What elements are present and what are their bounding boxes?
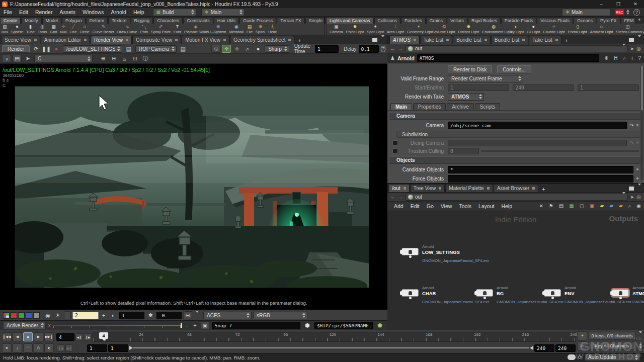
render-mode-combo[interactable]: Active Render xyxy=(3,322,46,329)
pane-tab-render-view[interactable]: Render View xyxy=(91,36,132,44)
tool-line[interactable]: ╱ Line xyxy=(68,24,78,35)
shelf-tab-model[interactable]: Model xyxy=(42,17,62,24)
net-tab-asset-browser[interactable]: Asset Browser xyxy=(494,184,538,192)
net-menu-go[interactable]: Go xyxy=(423,203,437,209)
keys-status-button[interactable]: 0 keys, 0/0 channels xyxy=(589,332,635,340)
candidate-pick-icon[interactable]: ⌖ xyxy=(636,166,639,172)
net-list-icon[interactable]: ▤ xyxy=(559,203,564,209)
net-netbox-icon[interactable]: ▰ xyxy=(619,203,623,209)
goto-start-button[interactable]: ❙◀◀ xyxy=(2,332,12,341)
shelf-tab-particles[interactable]: Particles xyxy=(401,17,426,24)
net-background-image-icon[interactable]: ▰ xyxy=(609,203,613,209)
net-thumbnail-icon[interactable]: ▣ xyxy=(590,203,594,209)
tool-environment-light[interactable]: ◍ Environment Light xyxy=(480,24,507,35)
tool-sphere[interactable]: ● Sphere xyxy=(10,24,25,35)
delay-field[interactable]: 0.1 xyxy=(359,45,379,53)
objects-section-header[interactable]: Objects xyxy=(389,156,642,164)
tool-spray-paint[interactable]: ✐ Spray Paint xyxy=(149,24,172,35)
maximize-button[interactable]: ❐ xyxy=(610,0,627,8)
pane-tab-geometry-spreadsheet[interactable]: Geometry Spreadsheet xyxy=(230,36,294,44)
candidate-objects-field[interactable]: * xyxy=(448,166,633,173)
prev-frame-button[interactable]: ◀❙ xyxy=(75,333,83,340)
minimize-button[interactable]: – xyxy=(593,0,610,8)
pane-tab-bundle-list[interactable]: Bundle List xyxy=(453,36,490,44)
network-pane-dropdown-icon[interactable] xyxy=(636,186,641,191)
current-frame-field[interactable]: 4 xyxy=(56,333,74,341)
arnold-rop-node-icon[interactable] xyxy=(544,289,561,297)
rop-jump-icon[interactable]: ▤ xyxy=(124,45,133,53)
tool-sky-light[interactable]: ◐ Sky Light xyxy=(507,24,525,35)
exposure-plus-button[interactable]: + xyxy=(100,311,107,319)
net-tab-tree-view[interactable]: Tree View xyxy=(410,184,445,192)
prev-key-button[interactable]: ❙◀ xyxy=(57,344,64,351)
exposure-field[interactable]: 2 xyxy=(72,312,99,319)
net-sticky-note-icon[interactable]: ▰ xyxy=(600,203,604,209)
snapshot-slider[interactable] xyxy=(53,323,181,328)
node-low-settings[interactable]: Arnold LOW_SETTINGS GNOMON_JapaneseFeuda… xyxy=(401,243,487,265)
dicing-camera-checkbox[interactable] xyxy=(392,140,398,146)
shelf-tab-pyro-fx[interactable]: Pyro FX xyxy=(597,17,620,24)
tool-spot-light[interactable]: ✦ Spot Light xyxy=(365,24,385,35)
net-tools-icon[interactable]: ✕ xyxy=(539,203,543,209)
tool-caustic-light[interactable]: ✧ Caustic Light xyxy=(541,24,566,35)
render-image[interactable] xyxy=(15,86,369,288)
channel-rgb-button[interactable] xyxy=(3,312,10,319)
camera-field[interactable]: /obj/scene_cam xyxy=(448,122,627,129)
snapshot-path-field[interactable]: $HIP/ipr/$SNAPNAME.$F4.$ xyxy=(314,322,373,329)
tool-geometry-light[interactable]: ✶ Geometry Light xyxy=(406,24,432,35)
tool-file[interactable]: ▤ File xyxy=(245,24,254,35)
close-button[interactable]: ✕ xyxy=(627,0,644,8)
range-end-subfield[interactable]: 240 xyxy=(555,344,576,352)
tool-vr-camera[interactable]: ◨ VR Camera xyxy=(641,24,644,35)
shelf-tab-polygon[interactable]: Polygon xyxy=(62,17,86,24)
desktop-combo[interactable]: ▦ Build xyxy=(153,9,196,16)
dicing-camera-field[interactable] xyxy=(448,140,627,146)
menu-render[interactable]: Render xyxy=(32,9,56,15)
pane-tab-bundle-list-2[interactable]: Bundle List xyxy=(491,36,528,44)
param-forward-icon[interactable]: → xyxy=(398,46,403,51)
node-atmos[interactable]: Arnold ATMOS GNOMON_ xyxy=(612,285,644,307)
render-button[interactable]: Render xyxy=(2,45,30,53)
auto-update-combo[interactable]: Auto Update xyxy=(585,353,640,361)
shelf-tab-guide-process[interactable]: Guide Process xyxy=(239,17,276,24)
image-planes-icon[interactable]: ▤ xyxy=(13,55,22,63)
start-field[interactable]: 1 xyxy=(448,84,509,91)
right-pane-add-tab-button[interactable]: + xyxy=(562,38,571,44)
money-bag-icon[interactable]: ⬟ xyxy=(375,321,384,329)
playbar-options-icon[interactable]: ▼ xyxy=(2,343,12,352)
range-end-field[interactable]: 240 xyxy=(534,344,554,352)
node-name-field[interactable]: ATMOS xyxy=(417,54,599,62)
right-pane-dropdown-icon[interactable] xyxy=(636,37,641,43)
refresh-icon[interactable]: ⟳ xyxy=(578,354,582,360)
goto-end-button[interactable]: ▶▶❙ xyxy=(44,332,54,341)
headlight-icon[interactable]: ⌾ xyxy=(232,45,242,53)
tool-spiral[interactable]: ✺ Spiral xyxy=(254,24,267,35)
shelf-tab-particle-fluids[interactable]: Particle Fluids xyxy=(501,17,537,24)
tool-gi-light[interactable]: ● GI Light xyxy=(525,24,541,35)
pane-tab-scene-view[interactable]: Scene View xyxy=(1,36,40,44)
right-pane-menu-icon[interactable] xyxy=(629,38,634,42)
inc-field[interactable]: 1 xyxy=(578,84,639,91)
playback-range-slider[interactable] xyxy=(129,345,533,351)
param-tab-main[interactable]: Main xyxy=(390,103,412,110)
slider-minus-button[interactable]: – xyxy=(184,321,190,329)
view-info-icon[interactable]: ⓘ xyxy=(141,55,150,63)
stop-button[interactable]: ■ xyxy=(23,332,33,341)
shelf-tab-characters[interactable]: Characters xyxy=(153,17,183,24)
menu-assets[interactable]: Assets xyxy=(56,9,79,15)
param-tab-scripts[interactable]: Scripts xyxy=(475,103,501,110)
snapshot-name-field[interactable]: Snap 7 xyxy=(212,322,300,329)
shelf-tab-lights-cameras[interactable]: Lights and Cameras xyxy=(326,17,374,24)
node-char[interactable]: Arnold CHAR GNOMON_JapaneseFeudal_SF4.ex… xyxy=(401,285,487,307)
network-back-icon[interactable]: ← xyxy=(390,194,395,200)
pane-tab-atmos[interactable]: ATMOS xyxy=(389,36,420,44)
material-sphere-icon[interactable]: ● xyxy=(254,45,263,53)
colorbar-dropdown-icon[interactable] xyxy=(194,313,199,318)
left-pane-dropdown-icon[interactable] xyxy=(379,37,384,43)
net-menu-add[interactable]: Add xyxy=(390,203,407,209)
exposure-minus-button[interactable]: – xyxy=(64,311,71,319)
menu-arnold[interactable]: Arnold xyxy=(108,9,130,15)
shelf-tab-viscous-fluids[interactable]: Viscous Fluids xyxy=(537,17,573,24)
shelf-tab-simple-fx[interactable]: Simple FX xyxy=(305,17,324,24)
shelf-tab-hair-utils[interactable]: Hair Utils xyxy=(214,17,239,24)
